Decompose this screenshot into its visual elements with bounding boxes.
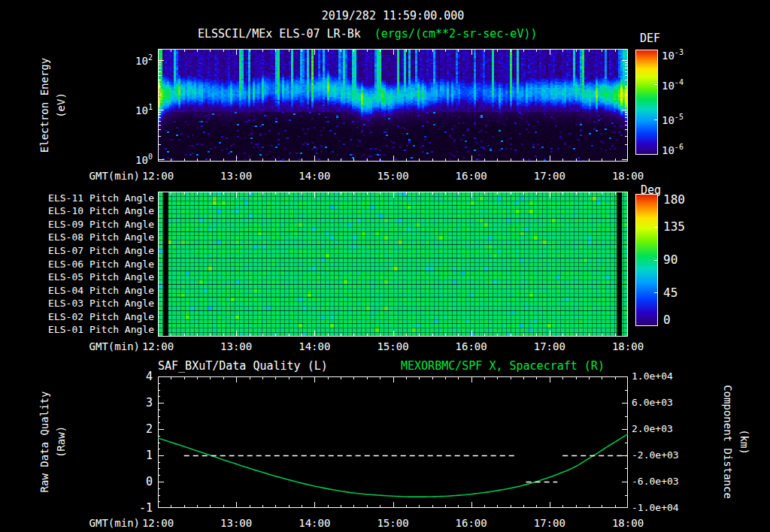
x-tick-label: 17:00 [534,517,565,529]
line-right-tick-label: -6.0e+03 [632,476,686,488]
pitch-row-label: ELS-03 Pitch Angle [30,298,154,310]
x-tick-label: 12:00 [142,517,174,529]
line-right-axis-label: Component Distance [722,385,734,499]
sddas-plot-display: 2019/282 11:59:00.000 ELSSCIL/MEx ELS-07… [0,0,770,532]
page-title-timestamp: 2019/282 11:59:00.000 [157,9,629,23]
line-left-tick-label: 4 [120,370,153,384]
line-panel-title-right: MEXORBMC/SPF X, Spacecraft (R) [401,359,605,373]
pitch-row-label: ELS-10 Pitch Angle [30,205,154,217]
pitch-row-label: ELS-01 Pitch Angle [30,324,154,336]
x-tick-label: 14:00 [299,340,330,352]
spec-y-tick-label: 102 [105,53,153,68]
line-panel-title-left: SAF_BXuT/Data Quality (L) [158,359,328,373]
line-left-tick-label: 0 [120,475,153,489]
line-right-axis-units: (km) [738,429,750,455]
line-left-axis-units: (Raw) [55,426,67,458]
line-right-tick-label: -1.0e+04 [632,502,686,514]
x-tick-label: 13:00 [220,170,252,182]
deg-colorbar-tick-label: 90 [663,252,708,268]
pitch-row-label: ELS-09 Pitch Angle [30,219,154,231]
def-colorbar-tick-label: 10-6 [662,143,722,157]
pitch-row-label: ELS-11 Pitch Angle [30,192,154,204]
def-colorbar-canvas [635,50,658,155]
def-colorbar-tick-label: 10-4 [662,78,722,92]
x-tick-label: 16:00 [456,170,487,182]
quality-distance-canvas [158,376,628,508]
x-tick-label: 16:00 [456,517,487,529]
x-tick-label: 18:00 [612,340,644,352]
deg-colorbar-tick-label: 45 [663,286,708,301]
spec-y-tick-label: 101 [105,103,153,117]
x-tick-label: 17:00 [534,170,565,182]
deg-colorbar-tick-label: 180 [663,192,708,207]
x-axis-title: GMT(min) [66,340,140,352]
x-axis-row: GMT(min)12:0013:0014:0015:0016:0017:0018… [0,170,770,183]
x-tick-label: 15:00 [377,170,408,182]
x-tick-label: 13:00 [220,517,252,529]
flux-units-label: (ergs/(cm**2-sr-sec-eV)) [374,27,538,41]
x-axis-title: GMT(min) [66,170,140,182]
line-left-tick-label: 1 [120,449,153,463]
line-right-tick-label: -2.0e+03 [632,449,686,461]
line-left-tick-label: -1 [120,501,153,515]
pitch-angle-canvas [158,192,628,337]
pitch-row-label: ELS-02 Pitch Angle [30,311,154,323]
page-title-instrument: ELSSCIL/MEx ELS-07 LR-Bk(ergs/(cm**2-sr-… [198,27,538,41]
spec-y-axis-units: (eV) [55,92,67,118]
pitch-row-label: ELS-07 Pitch Angle [30,245,154,257]
spec-y-tick-label: 100 [105,153,153,167]
x-tick-label: 14:00 [299,517,330,529]
line-left-tick-label: 3 [120,396,153,410]
pitch-row-label: ELS-04 Pitch Angle [30,285,154,297]
x-tick-label: 16:00 [456,340,487,352]
pitch-row-label: ELS-05 Pitch Angle [30,271,154,283]
x-tick-label: 18:00 [612,170,644,182]
spec-y-axis-label: Electron Energy [38,58,50,153]
def-colorbar-title: DEF [640,32,660,45]
electron-energy-spectrogram-canvas [158,49,628,162]
line-left-tick-label: 2 [120,422,153,437]
x-tick-label: 18:00 [612,517,644,529]
x-tick-label: 15:00 [377,340,408,352]
deg-colorbar-canvas [635,194,658,326]
x-tick-label: 14:00 [299,170,330,182]
x-tick-label: 12:00 [142,170,174,182]
x-tick-label: 12:00 [142,340,174,352]
line-right-tick-label: 6.0e+03 [632,397,686,409]
x-axis-title: GMT(min) [66,517,140,529]
x-axis-row: GMT(min)12:0013:0014:0015:0016:0017:0018… [0,340,770,354]
x-tick-label: 15:00 [377,517,408,529]
line-right-tick-label: 1.0e+04 [632,370,686,382]
def-colorbar-tick-label: 10-5 [662,113,722,127]
deg-colorbar-tick-label: 0 [663,313,708,328]
instrument-name: ELSSCIL/MEx ELS-07 LR-Bk [198,27,361,41]
x-tick-label: 17:00 [534,340,565,352]
line-left-axis-label: Raw Data Quality [38,391,50,493]
deg-colorbar-tick-label: 135 [663,219,708,234]
line-right-tick-label: 2.0e+03 [632,423,686,435]
pitch-row-label: ELS-06 Pitch Angle [30,258,154,271]
x-axis-row: GMT(min)12:0013:0014:0015:0016:0017:0018… [0,517,770,530]
def-colorbar-tick-label: 10-3 [662,48,722,62]
pitch-row-label: ELS-08 Pitch Angle [30,231,154,243]
x-tick-label: 13:00 [220,340,252,352]
